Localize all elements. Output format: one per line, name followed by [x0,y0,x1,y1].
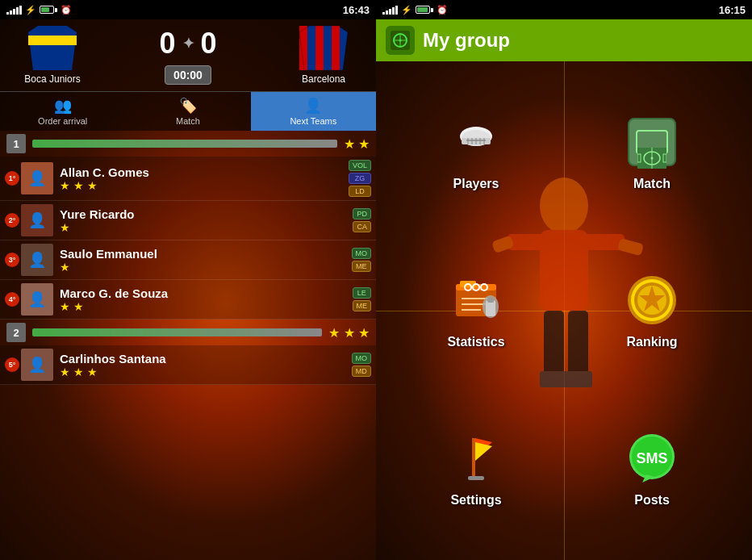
time-left: 16:43 [343,4,370,16]
tab-label-match: Match [176,116,200,126]
svg-marker-0 [28,26,77,70]
player-rank-1: 1° [5,171,19,186]
player-info-2: Yure Ricardo ★ [60,207,349,234]
badge-le: LE [353,287,372,299]
menu-item-players[interactable]: Players [392,77,560,228]
player-row-2[interactable]: 2° 👤 Yure Ricardo ★ PD CA [0,201,376,240]
jersey-barcelona [299,26,348,70]
score-section: Boca Juniors 0 ✦ 0 00:00 Barcelona [0,19,376,91]
badge-ca: CA [353,221,371,232]
player-name-2: Yure Ricardo [60,207,349,221]
player-rank-3: 3° [5,253,19,267]
score-display: 0 ✦ 0 [159,27,216,61]
badge-pd: PD [353,208,371,219]
player-info-5: Carlinhos Santana ★ ★ ★ [60,352,349,378]
svg-rect-1 [28,36,77,45]
status-icons-right: ⚡ ⏰ [382,5,448,15]
svg-rect-49 [487,298,494,303]
player-badges-5: MO MD [352,353,372,377]
score-left: 0 [159,27,175,61]
player-stars-4: ★ ★ [60,300,349,313]
group-header-2: 2 ★ ★ ★ [0,320,376,345]
svg-rect-55 [472,438,475,479]
player-stars-1: ★ ★ ★ [60,179,345,192]
badge-me: ME [352,261,372,272]
player-badges-2: PD CA [353,208,371,232]
badge-mo: MO [352,248,372,259]
svg-text:SMS: SMS [636,450,667,466]
player-badges-3: MO ME [352,248,372,272]
badge-vol: VOL [349,160,371,171]
menu-item-match[interactable]: Match [568,77,736,228]
app-title: My group [423,29,510,52]
badge-md: MD [352,366,372,377]
player-stars-3: ★ [60,261,349,274]
group-number-1: 1 [6,134,26,153]
settings-label: Settings [450,493,501,508]
player-badges-4: LE ME [353,287,372,311]
tab-icon-match: 🏷️ [179,97,197,115]
match-icon [624,114,680,170]
battery-icon [40,6,57,14]
group-stars-1: ★ ★ [344,136,370,152]
group-number-2: 2 [6,323,26,342]
tab-order-arrival[interactable]: 👥 Order arrival [0,91,125,131]
player-row-1[interactable]: 1° 👤 Allan C. Gomes ★ ★ ★ VOL ZG LD [0,157,376,201]
status-bar-left: ⚡ ⏰ 16:43 [0,0,376,19]
usb-icon: ⚡ [25,5,36,15]
left-panel: ⚡ ⏰ 16:43 Boca Juniors [0,0,376,560]
usb-icon-right: ⚡ [401,5,412,15]
status-icons-left: ⚡ ⏰ [6,5,72,15]
tab-next-teams[interactable]: 👤 Next Teams [251,91,376,131]
player-rank-5: 5° [5,357,19,372]
posts-label: Posts [634,493,670,508]
players-icon [448,114,504,170]
tab-label-next: Next Teams [290,116,336,126]
player-info-4: Marco G. de Souza ★ ★ [60,286,349,313]
player-row-5[interactable]: 5° 👤 Carlinhos Santana ★ ★ ★ MO MD [0,345,376,385]
tab-match[interactable]: 🏷️ Match [125,91,250,131]
menu-grid: Players [376,61,752,560]
timer-display: 00:00 [165,65,211,85]
player-name-4: Marco G. de Souza [60,286,349,300]
group-stars-2: ★ ★ ★ [328,325,370,341]
player-stars-5: ★ ★ ★ [60,366,349,378]
statistics-label: Statistics [447,335,504,349]
team-right-name: Barcelona [302,73,345,85]
player-name-5: Carlinhos Santana [60,352,349,366]
player-row-4[interactable]: 4° 👤 Marco G. de Souza ★ ★ LE ME [0,280,376,320]
badge-zg: ZG [349,173,371,184]
match-label: Match [633,177,671,191]
player-list: 1 ★ ★ 1° 👤 Allan C. Gomes ★ ★ ★ VOL ZG L… [0,131,376,560]
badge-me2: ME [353,300,372,311]
player-avatar-4: 👤 [21,283,53,316]
player-avatar-5: 👤 [21,349,53,381]
jersey-boca [28,26,77,70]
statistics-icon [448,272,504,328]
score-divider: ✦ [182,35,194,52]
score-right: 0 [201,27,217,61]
svg-rect-5 [315,26,324,70]
players-label: Players [453,177,499,191]
player-info-1: Allan C. Gomes ★ ★ ★ [60,165,345,192]
menu-item-posts[interactable]: SMS Posts [568,394,736,544]
team-left: Boca Juniors [8,26,97,85]
player-row-3[interactable]: 3° 👤 Saulo Emmanuel ★ MO ME [0,240,376,280]
player-name-3: Saulo Emmanuel [60,247,349,261]
group-header-1: 1 ★ ★ [0,131,376,157]
menu-item-statistics[interactable]: Statistics [392,236,560,386]
player-stars-2: ★ [60,221,349,234]
settings-icon [448,430,504,487]
alarm-icon: ⏰ [61,5,72,15]
team-right: Barcelona [279,26,368,85]
player-avatar-1: 👤 [21,162,53,194]
alarm-icon-right: ⏰ [437,5,448,15]
signal-icon [6,5,22,15]
status-bar-right: ⚡ ⏰ 16:15 [376,0,752,19]
menu-item-ranking[interactable]: Ranking [568,236,736,386]
player-rank-2: 2° [5,213,19,228]
svg-rect-6 [332,26,340,70]
team-left-name: Boca Juniors [24,73,80,85]
main-content: Players [376,61,752,560]
menu-item-settings[interactable]: Settings [392,394,560,544]
